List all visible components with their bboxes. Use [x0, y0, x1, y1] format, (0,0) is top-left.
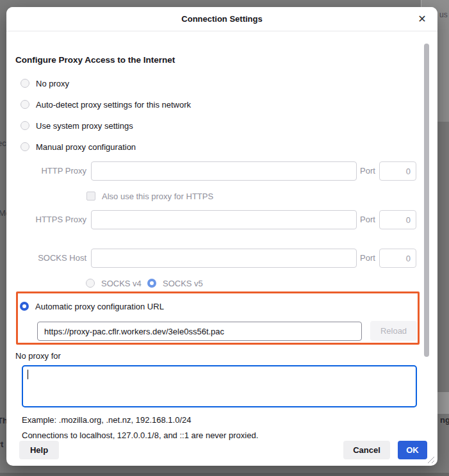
radio-row-system-proxy[interactable]: Use system proxy settings: [20, 120, 133, 131]
radio-label: Automatic proxy configuration URL: [35, 302, 164, 311]
radio-row-manual-proxy[interactable]: Manual proxy configuration: [20, 142, 136, 152]
use-for-https-checkbox-row[interactable]: Also use this proxy for HTTPS: [86, 191, 213, 201]
proxy-url-input[interactable]: [37, 322, 362, 341]
background-band: [437, 392, 449, 414]
section-heading: Configure Proxy Access to the Internet: [15, 55, 175, 65]
text-caret: [28, 370, 28, 379]
reload-button[interactable]: Reload: [370, 321, 417, 341]
socks-port-label: Port: [360, 249, 375, 268]
screen: ec Me Th rt ng us Connection Settings ✕ …: [0, 0, 449, 476]
radio-icon[interactable]: [20, 100, 29, 109]
no-proxy-for-label: No proxy for: [15, 351, 61, 361]
radio-icon-selected[interactable]: [20, 302, 29, 311]
radio-label: SOCKS v4: [101, 279, 142, 288]
socks-port-input[interactable]: [379, 249, 416, 268]
socks-host-label: SOCKS Host: [15, 249, 86, 268]
background-band-bottom: [0, 473, 449, 476]
radio-label: SOCKS v5: [163, 279, 203, 288]
no-proxy-note-text: Connections to localhost, 127.0.0.1/8, a…: [22, 431, 258, 440]
dialog-header: Connection Settings ✕: [6, 7, 437, 31]
http-proxy-label: HTTP Proxy: [15, 161, 86, 181]
radio-label: Manual proxy configuration: [36, 142, 136, 152]
scrollbar-thumb[interactable]: [424, 44, 429, 357]
ok-button[interactable]: OK: [398, 441, 427, 459]
radio-icon-selected[interactable]: [147, 279, 156, 288]
background-text-fragment: ec: [0, 138, 6, 148]
https-proxy-label: HTTPS Proxy: [15, 210, 86, 229]
radio-icon[interactable]: [20, 121, 29, 130]
http-proxy-input[interactable]: [91, 161, 357, 181]
help-button[interactable]: Help: [19, 441, 59, 459]
no-proxy-example-text: Example: .mozilla.org, .net.nz, 192.168.…: [22, 415, 192, 425]
background-text-fragment: ng: [440, 415, 449, 425]
http-port-label: Port: [360, 161, 375, 181]
radio-label: No proxy: [36, 79, 69, 88]
radio-row-no-proxy[interactable]: No proxy: [20, 78, 69, 88]
radio-icon[interactable]: [20, 79, 29, 88]
radio-label: Auto-detect proxy settings for this netw…: [36, 100, 191, 110]
socks-host-input[interactable]: [91, 249, 357, 268]
https-port-input[interactable]: [379, 210, 416, 229]
radio-icon[interactable]: [86, 279, 95, 288]
radio-row-auto-proxy-url[interactable]: Automatic proxy configuration URL: [20, 301, 164, 311]
radio-row-socks-v4[interactable]: SOCKS v4: [86, 278, 142, 288]
no-proxy-for-textarea[interactable]: [22, 365, 417, 407]
https-proxy-input[interactable]: [91, 210, 357, 229]
connection-settings-dialog: Connection Settings ✕ Configure Proxy Ac…: [6, 7, 437, 466]
background-text-fragment: us: [439, 10, 448, 19]
close-icon[interactable]: ✕: [414, 12, 430, 27]
radio-label: Use system proxy settings: [36, 121, 133, 131]
checkbox-icon[interactable]: [86, 192, 95, 201]
radio-row-auto-detect[interactable]: Auto-detect proxy settings for this netw…: [20, 99, 191, 110]
radio-row-socks-v5[interactable]: SOCKS v5: [147, 278, 203, 288]
background-text-fragment: rt: [0, 439, 3, 449]
checkbox-label: Also use this proxy for HTTPS: [102, 192, 213, 201]
dialog-title: Connection Settings: [6, 7, 437, 31]
http-port-input[interactable]: [379, 161, 416, 181]
radio-icon[interactable]: [20, 142, 29, 151]
https-port-label: Port: [360, 210, 375, 229]
cancel-button[interactable]: Cancel: [343, 441, 390, 459]
